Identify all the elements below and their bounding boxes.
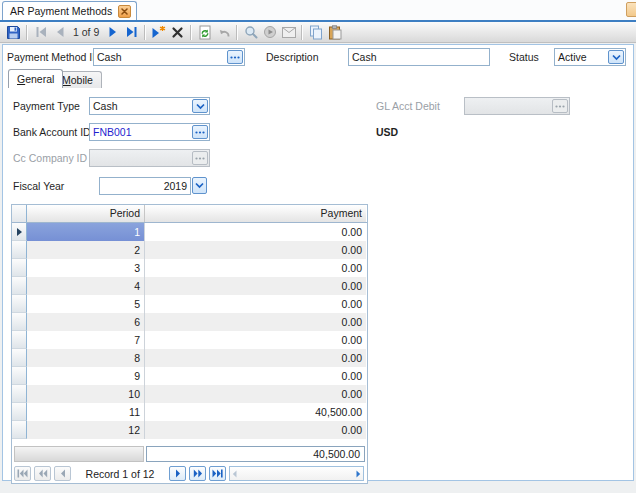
row-selector[interactable] <box>12 295 27 313</box>
grid-row[interactable]: 30.00 <box>12 259 367 277</box>
email-button[interactable] <box>279 23 298 41</box>
fiscal-year-dropdown-button[interactable] <box>192 177 207 194</box>
bank-account-id-lookup-button[interactable] <box>192 125 208 139</box>
payment-cell[interactable]: 0.00 <box>145 295 366 313</box>
row-selector[interactable] <box>12 313 27 331</box>
payment-cell[interactable]: 0.00 <box>145 367 366 385</box>
description-field[interactable]: Cash <box>348 48 490 66</box>
navigate-button[interactable] <box>260 23 279 41</box>
payment-method-id-field[interactable]: Cash <box>93 48 245 66</box>
grid-row[interactable]: 90.00 <box>12 367 367 385</box>
payment-cell[interactable]: 0.00 <box>145 277 366 295</box>
status-label: Status <box>509 51 539 63</box>
period-cell[interactable]: 8 <box>27 349 145 367</box>
undo-icon <box>217 26 231 39</box>
grid-row[interactable]: 60.00 <box>12 313 367 331</box>
period-cell[interactable]: 5 <box>27 295 145 313</box>
grid-horizontal-scrollbar[interactable] <box>229 466 364 481</box>
document-tab[interactable]: AR Payment Methods <box>2 1 137 20</box>
ellipsis-icon <box>195 131 205 134</box>
nav-last-icon <box>212 469 223 478</box>
period-cell[interactable]: 9 <box>27 367 145 385</box>
grid-total-row: 40,500.00 <box>12 445 367 463</box>
fiscal-year-field[interactable]: 2019 <box>99 177 191 195</box>
row-selector[interactable] <box>12 277 27 295</box>
period-cell[interactable]: 6 <box>27 313 145 331</box>
payment-type-dropdown-button[interactable] <box>192 99 208 113</box>
previous-record-button[interactable] <box>50 23 69 41</box>
payment-cell[interactable]: 0.00 <box>145 259 366 277</box>
row-selector[interactable] <box>12 241 27 259</box>
grid-row[interactable]: 50.00 <box>12 295 367 313</box>
payment-cell[interactable]: 0.00 <box>145 223 366 241</box>
ellipsis-icon <box>195 157 205 160</box>
grid-row[interactable]: 100.00 <box>12 385 367 403</box>
last-record-icon <box>125 26 139 38</box>
period-cell[interactable]: 7 <box>27 331 145 349</box>
tab-close-icon[interactable] <box>118 5 131 18</box>
status-dropdown-button[interactable] <box>608 50 624 64</box>
grid-row[interactable]: 1140,500.00 <box>12 403 367 421</box>
paste-button[interactable] <box>325 23 344 41</box>
nav-prev-page-button[interactable] <box>34 466 51 481</box>
print-preview-button[interactable] <box>241 23 260 41</box>
payment-type-combo[interactable]: Cash <box>89 97 210 115</box>
currency-code: USD <box>376 126 398 138</box>
toolbar-separator <box>236 25 238 40</box>
row-selector[interactable] <box>12 331 27 349</box>
row-selector[interactable] <box>12 403 27 421</box>
last-record-button[interactable] <box>122 23 141 41</box>
payment-cell[interactable]: 0.00 <box>145 349 366 367</box>
first-record-icon <box>34 26 48 38</box>
nav-last-button[interactable] <box>209 466 226 481</box>
tab-general[interactable]: General <box>8 69 63 88</box>
row-selector[interactable] <box>12 385 27 403</box>
grid-row[interactable]: 120.00 <box>12 421 367 439</box>
payment-cell[interactable]: 0.00 <box>145 331 366 349</box>
period-cell[interactable]: 1 <box>27 223 145 241</box>
payment-cell[interactable]: 0.00 <box>145 241 366 259</box>
nav-first-button[interactable] <box>14 466 31 481</box>
status-combo[interactable]: Active <box>554 48 626 66</box>
refresh-button[interactable] <box>195 23 214 41</box>
nav-next-page-button[interactable] <box>189 466 206 481</box>
grid-header-period[interactable]: Period <box>27 205 145 222</box>
row-selector[interactable] <box>12 349 27 367</box>
nav-next-button[interactable] <box>169 466 186 481</box>
period-cell[interactable]: 2 <box>27 241 145 259</box>
payment-cell[interactable]: 0.00 <box>145 421 366 439</box>
bank-account-id-field[interactable]: FNB001 <box>89 123 210 141</box>
row-selector[interactable] <box>12 223 27 241</box>
new-record-button[interactable] <box>149 23 168 41</box>
save-button[interactable] <box>4 23 23 41</box>
period-cell[interactable]: 12 <box>27 421 145 439</box>
payment-method-id-lookup-button[interactable] <box>227 50 243 64</box>
refresh-icon <box>198 25 212 40</box>
tabstrip-overflow-button[interactable] <box>626 2 636 17</box>
grid-row[interactable]: 40.00 <box>12 277 367 295</box>
period-cell[interactable]: 10 <box>27 385 145 403</box>
row-selector[interactable] <box>12 259 27 277</box>
grid-row[interactable]: 80.00 <box>12 349 367 367</box>
undo-button[interactable] <box>214 23 233 41</box>
next-record-button[interactable] <box>103 23 122 41</box>
grid-header-payment[interactable]: Payment <box>145 205 366 222</box>
payment-cell[interactable]: 0.00 <box>145 385 366 403</box>
delete-button[interactable] <box>168 23 187 41</box>
period-cell[interactable]: 4 <box>27 277 145 295</box>
row-selector[interactable] <box>12 367 27 385</box>
cc-company-id-label: Cc Company ID <box>13 152 87 164</box>
nav-prev-button[interactable] <box>54 466 71 481</box>
first-record-button[interactable] <box>31 23 50 41</box>
payment-cell[interactable]: 0.00 <box>145 313 366 331</box>
hscroll-right-icon <box>356 470 361 478</box>
period-cell[interactable]: 3 <box>27 259 145 277</box>
row-selector[interactable] <box>12 421 27 439</box>
payment-cell[interactable]: 40,500.00 <box>145 403 366 421</box>
grid-row[interactable]: 10.00 <box>12 223 367 241</box>
grid-row[interactable]: 70.00 <box>12 331 367 349</box>
period-cell[interactable]: 11 <box>27 403 145 421</box>
grid-row[interactable]: 20.00 <box>12 241 367 259</box>
gl-acct-debit-field <box>464 97 570 115</box>
copy-button[interactable] <box>306 23 325 41</box>
